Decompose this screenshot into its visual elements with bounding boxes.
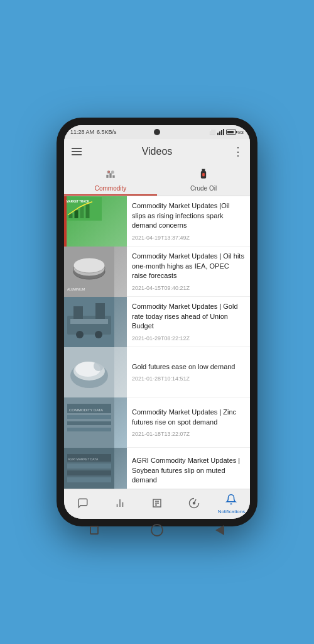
nav-portfolio[interactable] <box>176 489 213 519</box>
svg-rect-13 <box>80 206 84 218</box>
phone-screen: 11:28 AM 6.5KB/s ⬜ 83 <box>64 125 250 519</box>
tabs-container: ⚙ Commodity 0 Crude Oil <box>64 164 250 196</box>
status-right: ⬜ 83 <box>209 129 244 135</box>
thumbnail-5: COMMODITY DATA <box>64 397 127 448</box>
news-content-5: Commodity Market Updates | Zinc futures … <box>127 397 250 447</box>
signal-bar-3 <box>221 130 222 135</box>
svg-rect-4 <box>112 175 114 178</box>
nav-markets[interactable] <box>101 489 138 519</box>
svg-point-51 <box>193 502 195 504</box>
battery-fill <box>227 131 234 133</box>
news-title-4: Gold futures ease on low demand <box>132 362 245 372</box>
time: 11:28 AM <box>70 129 94 135</box>
news-title-1: Commodity Market Updates |Oil slips as r… <box>132 201 245 230</box>
news-content-6: AGRI Commodity Market Updates | Soybean … <box>127 448 250 489</box>
svg-rect-3 <box>109 173 111 178</box>
crude-oil-icon: 0 <box>197 168 210 184</box>
signal-bar-2 <box>219 131 220 135</box>
svg-rect-6 <box>202 169 205 171</box>
app-bar: Videos ⋮ <box>64 139 250 164</box>
thumbnail-1: MARKET TRACK <box>64 196 127 247</box>
list-item[interactable]: AGRI MARKET DATA AGRI Commodity Market U… <box>64 448 250 489</box>
camera <box>154 129 160 135</box>
news-title-2: Commodity Market Updates | Oil hits one-… <box>132 252 245 280</box>
tab-commodity[interactable]: ⚙ Commodity <box>64 164 157 196</box>
svg-point-19 <box>73 258 105 273</box>
svg-text:0: 0 <box>202 172 205 177</box>
svg-rect-41 <box>67 464 111 469</box>
list-item[interactable]: Commodity Market Updates | Gold rate tod… <box>64 297 250 347</box>
thumbnail-3 <box>64 297 127 347</box>
newspaper-icon <box>151 497 163 511</box>
tab-crude-oil-label: Crude Oil <box>190 185 217 192</box>
news-content-3: Commodity Market Updates | Gold rate tod… <box>127 297 250 347</box>
svg-rect-42 <box>67 470 111 475</box>
signal-bar-4 <box>223 129 224 135</box>
battery-icon <box>226 130 236 135</box>
status-left: 11:28 AM 6.5KB/s <box>70 129 117 135</box>
svg-rect-23 <box>70 319 108 324</box>
nav-news[interactable] <box>138 489 175 519</box>
back-button[interactable] <box>215 525 224 535</box>
svg-text:COMMODITY DATA: COMMODITY DATA <box>69 408 103 412</box>
phone-hardware-buttons <box>64 519 250 536</box>
svg-point-27 <box>95 331 102 338</box>
chat-icon <box>77 497 89 511</box>
signal-bars <box>217 129 224 135</box>
bar-chart-icon <box>114 497 126 511</box>
menu-button[interactable] <box>72 148 82 155</box>
tab-crude-oil[interactable]: 0 Crude Oil <box>157 164 250 196</box>
svg-point-26 <box>76 331 84 338</box>
list-item[interactable]: Gold futures ease on low demand 2021-01-… <box>64 347 250 397</box>
svg-rect-35 <box>67 415 111 419</box>
commodity-icon: ⚙ <box>104 168 117 184</box>
speed-icon <box>188 497 200 511</box>
network-speed: 6.5KB/s <box>97 129 117 135</box>
news-content-1: Commodity Market Updates |Oil slips as r… <box>127 196 250 246</box>
hamburger-line-3 <box>72 154 82 155</box>
thumbnail-6: AGRI MARKET DATA <box>64 448 127 489</box>
thumbnail-2: ALUMINIUM <box>64 247 127 297</box>
red-bar <box>64 196 67 247</box>
svg-rect-43 <box>67 477 111 482</box>
svg-rect-14 <box>86 204 90 219</box>
nav-chat[interactable] <box>64 489 101 519</box>
sim-icon: ⬜ <box>209 130 215 135</box>
more-options-button[interactable]: ⋮ <box>232 145 242 158</box>
news-date-3: 2021-01-29T08:22:12Z <box>132 335 245 341</box>
battery-percent: 83 <box>238 130 244 135</box>
thumbnail-4 <box>64 347 127 397</box>
list-item[interactable]: MARKET TRACK Commodity Market Updates |O… <box>64 196 250 247</box>
phone-frame: 11:28 AM 6.5KB/s ⬜ 83 <box>57 118 257 526</box>
list-item[interactable]: ALUMINIUM Commodity Market Updates | Oil… <box>64 247 250 297</box>
signal-bar-1 <box>217 133 219 135</box>
news-title-5: Commodity Market Updates | Zinc futures … <box>132 408 245 427</box>
home-button[interactable] <box>151 524 163 536</box>
news-date-2: 2021-04-15T09:40:21Z <box>132 285 245 291</box>
app-title: Videos <box>142 146 173 157</box>
bottom-nav: Notifications <box>64 489 250 519</box>
svg-rect-37 <box>67 428 111 431</box>
svg-text:AGRI MARKET DATA: AGRI MARKET DATA <box>68 457 99 461</box>
news-content-4: Gold futures ease on low demand 2021-01-… <box>127 347 250 397</box>
svg-text:MARKET TRACK: MARKET TRACK <box>67 200 90 203</box>
square-button[interactable] <box>90 526 99 535</box>
news-title-6: AGRI Commodity Market Updates | Soybean … <box>132 456 245 485</box>
nav-notifications[interactable]: Notifications <box>213 489 250 519</box>
svg-point-32 <box>94 361 104 371</box>
svg-rect-2 <box>106 175 108 178</box>
news-date-1: 2021-04-19T13:37:49Z <box>132 235 245 241</box>
svg-rect-24 <box>73 306 83 319</box>
news-title-3: Commodity Market Updates | Gold rate tod… <box>132 302 245 331</box>
svg-text:ALUMINIUM: ALUMINIUM <box>67 287 85 291</box>
tab-commodity-label: Commodity <box>95 185 127 192</box>
svg-rect-25 <box>95 303 105 319</box>
notifications-label: Notifications <box>218 509 246 514</box>
hamburger-line-2 <box>72 151 82 152</box>
svg-rect-12 <box>75 210 78 218</box>
news-date-4: 2021-01-28T10:14:51Z <box>132 375 245 382</box>
svg-rect-36 <box>67 421 111 425</box>
news-date-5: 2021-01-18T13:22:07Z <box>132 431 245 437</box>
bell-icon <box>225 494 237 508</box>
list-item[interactable]: COMMODITY DATA Commodity Market Updates … <box>64 397 250 448</box>
